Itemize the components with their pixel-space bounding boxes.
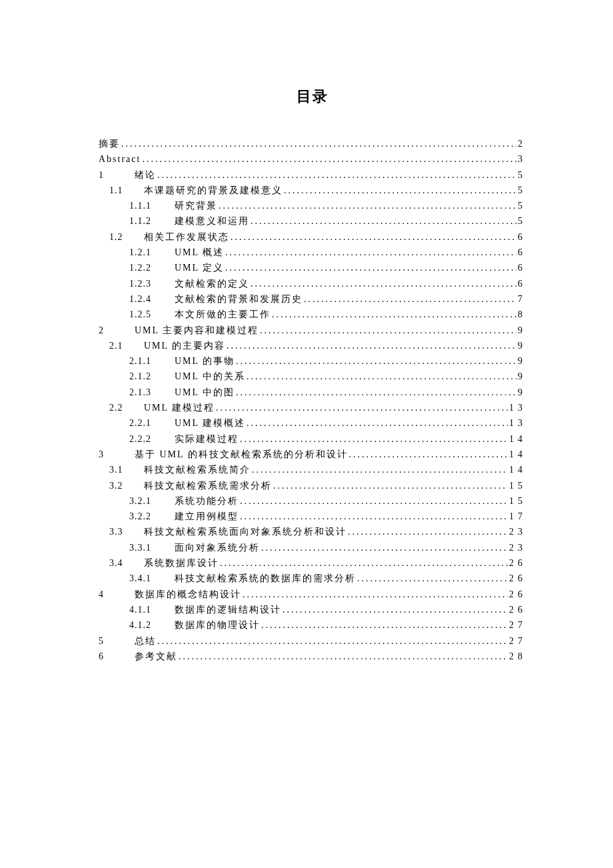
toc-entry: 5总结27 [99,633,526,649]
toc-entry-number: 3.2.1 [129,493,175,509]
toc-entry-page: 7 [516,291,526,307]
toc-entry-text: 总结 [135,633,156,649]
toc-entry: 2.2.2实际建模过程14 [99,431,526,447]
toc-entry-text: 科技文献检索系统的数据库的需求分析 [175,571,356,586]
toc-entry-number: 4.1.1 [129,602,175,617]
toc-entry-text: 科技文献检索系统面向对象系统分析和设计 [144,524,346,539]
toc-entry-number: 2.1.3 [129,385,175,400]
toc-entry: 3.2.1系统功能分析15 [99,493,526,509]
toc-entry-number: 2.2.2 [129,431,175,447]
toc-entry-page: 5 [516,213,526,229]
toc-entry: 1.2.5本文所做的主要工作8 [99,307,526,322]
toc-entry-page: 5 [516,167,526,183]
toc-entry: 6参考文献28 [99,649,526,664]
toc-dot-leader [224,245,516,260]
toc-entry-text: UML 概述 [175,245,224,260]
toc-entry-text: UML 中的图 [175,385,235,400]
toc-entry: 4.1.1数据库的逻辑结构设计26 [99,602,526,617]
toc-entry: 1.2.3文献检索的定义6 [99,276,526,291]
toc-entry-number: 2.1.2 [129,369,175,384]
toc-dot-leader [156,167,516,183]
toc-entry: 2.2.1UML 建模概述13 [99,415,526,431]
toc-entry-number: 6 [99,649,135,664]
toc-entry-text: UML 主要内容和建模过程 [135,323,259,338]
toc-entry-page: 14 [508,462,526,477]
toc-entry-page: 6 [516,276,526,291]
toc-entry: 1.1.2建模意义和运用5 [99,213,526,229]
toc-entry: 2UML 主要内容和建模过程9 [99,323,526,338]
toc-entry-number: 1 [99,167,135,183]
toc-entry-number: 1.1.2 [129,213,175,229]
toc-entry-number: 3.3.1 [129,540,175,555]
toc-dot-leader [303,291,516,307]
toc-entry: 1绪论5 [99,167,526,183]
toc-entry-text: UML 中的关系 [175,369,245,384]
toc-dot-leader [239,431,508,447]
toc-entry-text: UML 建模过程 [144,400,215,415]
toc-entry-number: 1.2 [109,229,144,245]
toc-entry: 3.3.1面向对象系统分析23 [99,540,526,555]
toc-entry-text: UML 定义 [175,260,224,275]
toc-dot-leader [235,385,516,400]
toc-entry-page: 14 [508,447,526,462]
toc-entry-text: 研究背景 [175,198,217,213]
toc-entry-page: 26 [508,587,526,602]
toc-entry: 1.1本课题研究的背景及建模意义5 [99,183,526,198]
toc-entry: 2.1.3UML 中的图9 [99,385,526,400]
toc-entry-text: 文献检索的定义 [175,276,249,291]
toc-entry: 3.2.2建立用例模型17 [99,509,526,524]
toc-entry-page: 6 [516,245,526,260]
toc-dot-leader [215,400,508,415]
toc-entry: 3.4系统数据库设计26 [99,555,526,571]
toc-dot-leader [271,307,516,322]
toc-entry-text: UML 的事物 [175,353,235,369]
toc-dot-leader [281,602,508,617]
toc-entry-page: 13 [508,400,526,415]
toc-entry-page: 28 [508,649,526,664]
toc-entry-text: Abstract [99,151,141,167]
toc-entry-number: 1.1.1 [129,198,175,213]
toc-entry: 4.1.2数据库的物理设计27 [99,617,526,633]
toc-entry-page: 27 [508,617,526,633]
toc-entry-page: 5 [516,183,526,198]
toc-entry-page: 27 [508,633,526,649]
toc-entry-page: 8 [516,307,526,322]
toc-entry-text: 参考文献 [135,649,177,664]
toc-entry: 3基于 UML 的科技文献检索系统的分析和设计14 [99,447,526,462]
toc-dot-leader [260,617,508,633]
toc-entry-text: 数据库的概念结构设计 [135,587,241,602]
toc-entry-text: 科技文献检索系统简介 [144,462,251,477]
toc-entry: 2.2UML 建模过程13 [99,400,526,415]
toc-entry: 1.1.1研究背景5 [99,198,526,213]
toc-entry-number: 2 [99,323,135,338]
toc-entry-number: 1.2.4 [129,291,175,307]
toc-entry-page: 6 [516,260,526,275]
toc-entry-page: 9 [516,353,526,369]
toc-entry-number: 1.2.1 [129,245,175,260]
toc-entry-number: 5 [99,633,135,649]
toc-entry: 1.2相关工作发展状态6 [99,229,526,245]
toc-entry: 3.3科技文献检索系统面向对象系统分析和设计23 [99,524,526,539]
toc-entry-page: 3 [516,151,526,167]
toc-entry-page: 15 [508,493,526,509]
toc-entry-text: 实际建模过程 [175,431,239,447]
toc-dot-leader [217,198,516,213]
toc-dot-leader [260,540,508,555]
toc-entry: 4数据库的概念结构设计26 [99,587,526,602]
toc-dot-leader [229,229,516,245]
toc-entry: 3.2科技文献检索系统需求分析15 [99,478,526,493]
toc-dot-leader [225,338,516,353]
page-title: 目录 [99,87,526,107]
toc-dot-leader [251,462,508,477]
toc-entry-page: 13 [508,415,526,431]
table-of-contents: 摘要2Abstract31绪论51.1本课题研究的背景及建模意义51.1.1研究… [99,136,526,664]
toc-entry-text: 系统数据库设计 [144,555,219,571]
toc-entry-text: 面向对象系统分析 [175,540,260,555]
toc-entry-text: 数据库的逻辑结构设计 [175,602,281,617]
toc-entry: 1.2.2UML 定义6 [99,260,526,275]
toc-entry: Abstract3 [99,151,526,167]
toc-dot-leader [235,353,516,369]
toc-dot-leader [356,571,508,586]
toc-entry-page: 15 [508,478,526,493]
toc-entry-text: 本课题研究的背景及建模意义 [144,183,283,198]
